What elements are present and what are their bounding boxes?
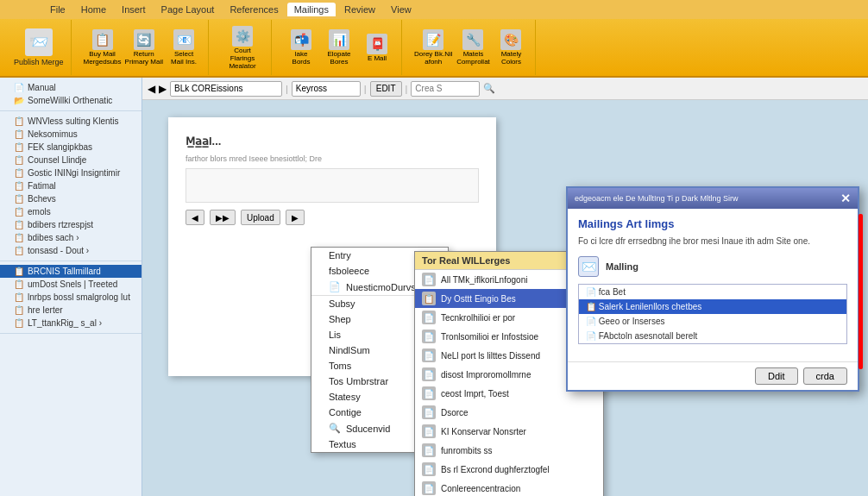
submenu-item-conl[interactable]: 📄 Conlereencentracion: [415, 479, 603, 496]
dialog-list: 📄 fca Bet 📋 Salerk Lenilenllors chetbes …: [578, 284, 847, 344]
submenu-icon-funr: 📄: [422, 443, 436, 457]
tab-view[interactable]: View: [384, 3, 418, 16]
emall-btn[interactable]: 📮 E Mall: [360, 34, 394, 62]
ribbon-group-publish[interactable]: 📨 Publish Merge: [7, 20, 72, 75]
submenu-label-funr: funrombits ss: [441, 446, 492, 455]
dialog-list-item-2[interactable]: 📄 Geeo or Inserses: [579, 314, 846, 329]
tab-references[interactable]: References: [223, 3, 285, 16]
sidebar-item-wnvless[interactable]: 📋 WNVless sulting Klentis: [0, 115, 142, 128]
separator1: |: [286, 84, 288, 94]
return-btn[interactable]: 🔄 ReturnPrimary Mail: [125, 29, 163, 66]
wnvless-label: WNVless sulting Klentis: [28, 116, 119, 126]
sidebar-item-emols[interactable]: 📋 emols: [0, 205, 142, 218]
dialog-list-item-0[interactable]: 📄 fca Bet: [579, 285, 846, 299]
tab-home[interactable]: Home: [74, 3, 113, 16]
mately-btn[interactable]: 🎨 MatelyColors: [494, 29, 528, 66]
lnrbps-label: lnrbps bossl smalgrolog Iut: [28, 292, 130, 302]
tab-insert[interactable]: Insert: [115, 3, 153, 16]
dialog-cancel-button[interactable]: Ddit: [755, 367, 798, 385]
buy-mail-btn[interactable]: 📋 Buy MailMergedsubs: [84, 29, 122, 66]
submenu-icon-tronl: 📄: [422, 330, 436, 343]
select-btn[interactable]: 📧 SelectMail Ins.: [167, 29, 201, 66]
buy-mail-icon: 📋: [92, 29, 113, 50]
sidebar-item-hre[interactable]: 📋 hre Ierter: [0, 304, 142, 317]
select-icon: 📧: [173, 29, 194, 50]
sidebar-item-counsel[interactable]: 📋 Counsel Llindje: [0, 154, 142, 166]
sidebar-item-brcnis[interactable]: 📋 BRCNIS Tallmillard: [0, 265, 142, 278]
field2-input[interactable]: [292, 81, 361, 97]
ctx-textus-label: Textus: [329, 439, 356, 449]
fek-label: FEK slangipkbas: [28, 142, 92, 152]
tonsasd-label: tonsasd - Dout ›: [28, 246, 89, 255]
tab-mailings[interactable]: Mailings: [287, 3, 336, 16]
ctx-statesy-label: Statesy: [329, 392, 361, 402]
hre-label: hre Ierter: [28, 305, 63, 315]
tab-review[interactable]: Review: [337, 3, 382, 16]
submenu-item-funr[interactable]: 📄 funrombits ss: [415, 441, 603, 460]
gostic-label: Gostic ININgi Insigntimir: [28, 168, 120, 178]
tab-file[interactable]: File: [43, 3, 72, 16]
submenu-item-ki[interactable]: 📄 KI Konservar Nonsrter: [415, 422, 603, 441]
dialog-list-item-3[interactable]: 📄 FAbctoln asesnotall berelt: [579, 329, 846, 343]
court-btn[interactable]: ⚙️ Court FlaringsMealator: [221, 26, 264, 70]
sidebar-item-bchevs[interactable]: 📋 Bchevs: [0, 192, 142, 205]
publish-merge-icon: 📨: [25, 28, 53, 56]
wnvless-icon: 📋: [14, 116, 24, 126]
dialog-titlebar: edgeoacm ele De MulltIng Ti p Dark Mltln…: [568, 188, 858, 209]
submenu-label-ki: KI Konservar Nonsrter: [441, 427, 526, 436]
dialog-ok-button[interactable]: crda: [803, 367, 847, 385]
lt-icon: 📋: [14, 318, 24, 328]
submenu-icon-dsorce: 📄: [422, 405, 436, 419]
sidebar-item-somewillki[interactable]: 📂 SomeWillki Orthenatic: [0, 94, 142, 107]
sidebar: 📄 Manual 📂 SomeWillki Orthenatic 📋 WNVle…: [0, 78, 142, 496]
sidebar-item-fek[interactable]: 📋 FEK slangipkbas: [0, 141, 142, 154]
app-body: 📄 Manual 📂 SomeWillki Orthenatic 📋 WNVle…: [0, 78, 868, 496]
sidebar-item-fatimal[interactable]: 📋 Fatimal: [0, 179, 142, 192]
dialog-close-icon[interactable]: ✕: [840, 191, 851, 205]
submenu-item-bs[interactable]: 📄 Bs rl Excrond dughferztogfel: [415, 460, 603, 479]
bchevs-icon: 📋: [14, 194, 24, 204]
search-icon[interactable]: 🔍: [483, 83, 495, 94]
doc-btn4[interactable]: ▶: [286, 210, 305, 225]
submenu-label-ceost: ceost Imprt, Toest: [441, 389, 509, 399]
dialog-list-item-1[interactable]: 📋 Salerk Lenilenllors chetbes: [579, 299, 846, 314]
emols-label: emols: [28, 207, 51, 217]
field1-input[interactable]: [170, 81, 282, 97]
sidebar-item-lnrbps[interactable]: 📋 lnrbps bossl smalgrolog Iut: [0, 291, 142, 304]
list-label-1: Salerk Lenilenllors chetbes: [599, 302, 702, 311]
sidebar-item-lt[interactable]: 📋 LT_ttankRig_ s_al ›: [0, 317, 142, 330]
doc-btn3[interactable]: Upload: [241, 210, 280, 225]
bdibers-label: bdibers rtzrespjst: [28, 220, 93, 229]
umdost-label: umDost Snels | Treeted: [28, 279, 117, 289]
sidebar-item-bdibes-sach[interactable]: 📋 bdibes sach ›: [0, 231, 142, 244]
sidebar-item-manual[interactable]: 📄 Manual: [0, 81, 142, 94]
ctx-nindlsum-label: NindlSum: [329, 345, 370, 355]
sidebar-item-tonsasd[interactable]: 📋 tonsasd - Dout ›: [0, 244, 142, 257]
dialog-body: Mailings Art limgs Fo ci lcre dfr errsed…: [568, 209, 858, 361]
court-label: Court FlaringsMealator: [221, 47, 264, 70]
elopate-btn[interactable]: 📊 ElopateBores: [322, 29, 356, 66]
ribbon-content: 📨 Publish Merge 📋 Buy MailMergedsubs 🔄 R…: [0, 19, 868, 76]
edit-button[interactable]: EDIT: [370, 81, 402, 97]
doc-btn2[interactable]: ▶▶: [210, 210, 236, 225]
sidebar-item-umdost[interactable]: 📋 umDost Snels | Treeted: [0, 278, 142, 291]
main-content: ◀ ▶ | | EDIT | 🔍 M̲a̲a̲l... farthor blor…: [142, 78, 868, 496]
bdibes-sach-label: bdibes sach ›: [28, 233, 79, 242]
list-icon-1: 📋: [586, 302, 599, 311]
search-input[interactable]: [411, 81, 480, 97]
nav-fwd-icon[interactable]: ▶: [159, 83, 167, 95]
dorey-btn[interactable]: 📝 Dorey Bk.Nilafonh: [414, 29, 452, 66]
matels-btn[interactable]: 🔧 MatelsComprollat: [456, 29, 490, 66]
tab-page-layout[interactable]: Page Layout: [154, 3, 222, 16]
doc-btn1[interactable]: ◀: [186, 210, 204, 225]
submenu-label-disost: disost Improromollmrne: [441, 370, 531, 380]
sidebar-item-neksomimus[interactable]: 📋 Neksomimus: [0, 128, 142, 141]
submenu-item-dsorce[interactable]: 📄 Dsorce: [415, 403, 603, 422]
sidebar-item-bdibers[interactable]: 📋 bdibers rtzrespjst: [0, 218, 142, 231]
ctx-entry-label: Entry: [329, 250, 351, 261]
nav-back-icon[interactable]: ◀: [148, 83, 155, 95]
submenu-icon-ceost: 📄: [422, 386, 436, 400]
mately-icon: 🎨: [500, 29, 521, 50]
sidebar-item-gostic[interactable]: 📋 Gostic ININgi Insigntimir: [0, 166, 142, 179]
lake-btn[interactable]: 📬 lakeBords: [284, 29, 318, 66]
